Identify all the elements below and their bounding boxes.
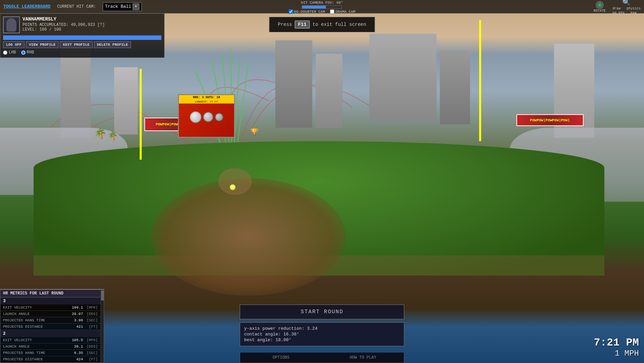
metric-row: EXIT VELOCITY 109.1 [MPH]: [0, 305, 100, 311]
f11-key: F11: [295, 21, 310, 29]
round-2-number: 2: [0, 330, 100, 337]
drama-cam-label[interactable]: DRAMA CAM: [330, 9, 355, 14]
player-panel: VANHAMMERSLY POINTS ACCUMULATED: 40,096,…: [0, 13, 165, 58]
hit-cam-value: Track Ball: [105, 4, 131, 9]
metric-row: EXIT VELOCITY 105.5 [MPH]: [0, 337, 100, 344]
rhb-text: RHB: [27, 50, 34, 55]
drama-cam-checkbox[interactable]: [330, 9, 334, 14]
metric-row: LAUNCH ANGLE 20.07 [DEG]: [0, 311, 100, 317]
rhb-radio[interactable]: [21, 50, 26, 55]
edit-profile-button[interactable]: EDIT PROFILE: [60, 41, 92, 48]
no-doubter-cam-label[interactable]: NO-DOUBTER CAM: [289, 9, 325, 14]
no-doubter-cam-checkbox[interactable]: [289, 9, 293, 14]
no-doubter-cam-text: NO-DOUBTER CAM: [294, 10, 325, 14]
drama-cam-text: DRAMA CAM: [335, 10, 355, 14]
lhb-radio[interactable]: [3, 50, 7, 55]
metric-row: PROJECTED DISTANCE 424 [FT]: [0, 356, 100, 363]
xp-bar-fill: [3, 36, 161, 40]
hr-metrics-panel: HR METRICS FOR LAST ROUND 3 EXIT VELOCIT…: [0, 289, 104, 363]
metric-row: PROJECTED HANG TIME 3.98 [SEC]: [0, 317, 100, 324]
start-round-button[interactable]: START ROUND: [240, 305, 404, 319]
rhb-label[interactable]: RHB: [21, 50, 34, 55]
cam-options: NO-DOUBTER CAM DRAMA CAM: [289, 9, 356, 14]
time-display: 7:21 PM 1 MPH: [594, 336, 639, 358]
toggle-leaderboard-button[interactable]: TOGGLE LEADERBOARD: [3, 4, 50, 9]
fov-label: HIT CAMERA FOV: 60°: [301, 1, 343, 5]
rotate-label: ROTATE: [594, 9, 606, 13]
info-line-1: y-axis power reduction: 3.24: [244, 326, 400, 331]
camera-fov-section: HIT CAMERA FOV: 60° NO-DOUBTER CAM DRAMA…: [289, 0, 356, 14]
fov-fill: [302, 6, 326, 8]
hit-cam-selector[interactable]: Track Ball ▼: [103, 2, 142, 11]
hr-metrics-header: HR METRICS FOR LAST ROUND: [0, 290, 100, 297]
metric-row: PROJECTED DISTANCE 421 [FT]: [0, 324, 100, 330]
lhb-label[interactable]: LHB: [3, 50, 16, 55]
right-top-controls: ROTATE 🔍 draw physics 60 FPS PAN: [590, 0, 644, 13]
zoom-control: 🔍 draw physics 60 FPS PAN: [612, 0, 641, 16]
bottom-info-panel: y-axis power reduction: 3.24 contact ang…: [240, 322, 404, 346]
zoom-icon[interactable]: 🔍: [622, 0, 631, 6]
player-avatar: [3, 16, 20, 33]
draw-label: draw: [612, 7, 620, 10]
fov-bar[interactable]: [302, 5, 342, 9]
player-points: POINTS ACCUMULATED: 40,096,923 [?]: [22, 23, 162, 27]
player-header: VANHAMMERSLY POINTS ACCUMULATED: 40,096,…: [3, 16, 162, 33]
draw-control: ROTATE: [594, 1, 606, 13]
fps-value: 60 FPS: [612, 11, 625, 15]
delete-profile-button[interactable]: DELETE PROFILE: [94, 41, 131, 48]
options-button[interactable]: OPTIONS: [240, 353, 322, 363]
metric-row: LAUNCH ANGLE 38.1 [DEG]: [0, 344, 100, 350]
f11-notification: Press F11 to exit full screen: [269, 17, 375, 32]
round-3-number: 3: [0, 297, 100, 305]
xp-bar: [3, 35, 162, 40]
physics-label: physics: [627, 7, 641, 10]
f11-exit-label: to exit full screen: [313, 22, 366, 27]
view-profile-button[interactable]: VIEW PROFILE: [26, 41, 58, 48]
speed-value: 1 MPH: [594, 349, 639, 358]
metric-row: PROJECTED HANG TIME 6.35 [SEC]: [0, 350, 100, 356]
pan-label: PAN: [631, 11, 637, 15]
log-off-button[interactable]: LOG OFF: [3, 41, 25, 48]
info-line-2: contact angle: 16.38°: [244, 332, 400, 337]
info-line-3: best angle: 18.00°: [244, 337, 400, 342]
fps-display: draw physics 60 FPS PAN: [612, 6, 641, 16]
rotate-icon: [596, 1, 604, 9]
handedness-row: LHB RHB: [3, 50, 162, 55]
lhb-text: LHB: [9, 50, 16, 55]
time-value: 7:21 PM: [594, 336, 639, 349]
player-info: VANHAMMERSLY POINTS ACCUMULATED: 40,096,…: [22, 16, 162, 32]
bottom-nav: OPTIONS HOW TO PLAY: [240, 353, 404, 363]
metrics-scroll[interactable]: 3 EXIT VELOCITY 109.1 [MPH] LAUNCH ANGLE…: [0, 297, 100, 363]
player-name: VANHAMMERSLY: [22, 16, 162, 22]
profile-buttons: LOG OFF VIEW PROFILE EDIT PROFILE DELETE…: [3, 41, 162, 48]
scroll-thumb[interactable]: [101, 290, 104, 300]
current-hit-cam-label: CURRENT HIT CAM:: [57, 4, 96, 9]
player-level: LEVEL: 100 / 100: [22, 27, 162, 32]
hit-cam-icon: ▼: [133, 3, 139, 10]
scroll-bar-area[interactable]: [100, 290, 104, 363]
how-to-play-button[interactable]: HOW TO PLAY: [322, 353, 404, 363]
f11-press-label: Press: [278, 22, 292, 27]
avatar-silhouette: [6, 18, 16, 32]
